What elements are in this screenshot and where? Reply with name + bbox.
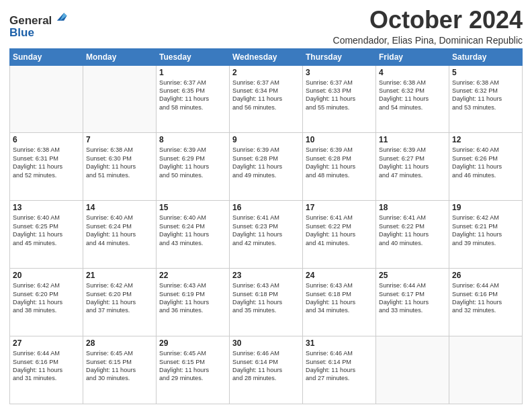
weekday-header-monday: Monday <box>83 48 157 65</box>
day-number: 26 <box>452 271 519 280</box>
cell-text: Sunrise: 6:37 AMSunset: 6:34 PMDaylight:… <box>232 79 300 112</box>
calendar-cell: 4Sunrise: 6:38 AMSunset: 6:32 PMDaylight… <box>376 65 449 133</box>
calendar-cell <box>83 65 157 133</box>
calendar-cell: 27Sunrise: 6:44 AMSunset: 6:16 PMDayligh… <box>10 336 83 404</box>
day-number: 27 <box>13 338 80 348</box>
calendar-week-2: 6Sunrise: 6:38 AMSunset: 6:31 PMDaylight… <box>10 133 523 201</box>
day-number: 18 <box>379 203 446 212</box>
day-number: 6 <box>13 135 80 144</box>
cell-text: Sunrise: 6:44 AMSunset: 6:17 PMDaylight:… <box>379 281 446 315</box>
cell-text: Sunrise: 6:39 AMSunset: 6:28 PMDaylight:… <box>306 146 373 179</box>
calendar-cell: 21Sunrise: 6:42 AMSunset: 6:20 PMDayligh… <box>83 269 157 336</box>
cell-text: Sunrise: 6:41 AMSunset: 6:22 PMDaylight:… <box>379 214 446 247</box>
day-number: 23 <box>232 271 300 280</box>
subtitle: Comendador, Elias Pina, Dominican Republ… <box>333 35 523 46</box>
day-number: 30 <box>232 338 300 348</box>
cell-text: Sunrise: 6:37 AMSunset: 6:33 PMDaylight:… <box>306 79 373 112</box>
cell-text: Sunrise: 6:45 AMSunset: 6:15 PMDaylight:… <box>159 349 226 383</box>
calendar-cell: 19Sunrise: 6:42 AMSunset: 6:21 PMDayligh… <box>449 201 523 269</box>
cell-text: Sunrise: 6:43 AMSunset: 6:18 PMDaylight:… <box>306 281 373 315</box>
calendar-week-3: 13Sunrise: 6:40 AMSunset: 6:25 PMDayligh… <box>10 201 523 269</box>
calendar-cell: 17Sunrise: 6:41 AMSunset: 6:22 PMDayligh… <box>303 201 376 269</box>
calendar-cell: 5Sunrise: 6:38 AMSunset: 6:32 PMDaylight… <box>449 65 523 133</box>
calendar-cell <box>10 65 83 133</box>
day-number: 31 <box>306 338 373 348</box>
calendar-cell: 25Sunrise: 6:44 AMSunset: 6:17 PMDayligh… <box>376 269 449 336</box>
cell-text: Sunrise: 6:39 AMSunset: 6:28 PMDaylight:… <box>232 146 300 179</box>
calendar-cell: 1Sunrise: 6:37 AMSunset: 6:35 PMDaylight… <box>157 65 230 133</box>
day-number: 24 <box>306 271 373 280</box>
calendar-cell: 9Sunrise: 6:39 AMSunset: 6:28 PMDaylight… <box>230 133 303 201</box>
calendar-table: SundayMondayTuesdayWednesdayThursdayFrid… <box>9 48 523 404</box>
day-number: 19 <box>452 203 519 212</box>
day-number: 10 <box>306 135 373 144</box>
cell-text: Sunrise: 6:41 AMSunset: 6:22 PMDaylight:… <box>306 214 373 247</box>
calendar-cell: 29Sunrise: 6:45 AMSunset: 6:15 PMDayligh… <box>157 336 230 404</box>
day-number: 22 <box>159 271 226 280</box>
calendar-cell <box>376 336 449 404</box>
cell-text: Sunrise: 6:38 AMSunset: 6:32 PMDaylight:… <box>379 79 446 112</box>
weekday-header-thursday: Thursday <box>303 48 376 65</box>
cell-text: Sunrise: 6:42 AMSunset: 6:20 PMDaylight:… <box>86 281 153 315</box>
day-number: 14 <box>86 203 153 212</box>
cell-text: Sunrise: 6:46 AMSunset: 6:14 PMDaylight:… <box>306 349 373 383</box>
calendar-week-4: 20Sunrise: 6:42 AMSunset: 6:20 PMDayligh… <box>10 269 523 336</box>
header-row: SundayMondayTuesdayWednesdayThursdayFrid… <box>10 48 523 65</box>
calendar-cell: 6Sunrise: 6:38 AMSunset: 6:31 PMDaylight… <box>10 133 83 201</box>
day-number: 4 <box>379 68 446 77</box>
calendar-cell: 8Sunrise: 6:39 AMSunset: 6:29 PMDaylight… <box>157 133 230 201</box>
day-number: 11 <box>379 135 446 144</box>
cell-text: Sunrise: 6:41 AMSunset: 6:23 PMDaylight:… <box>232 214 300 247</box>
title-area: October 2024 Comendador, Elias Pina, Dom… <box>333 7 523 46</box>
cell-text: Sunrise: 6:40 AMSunset: 6:25 PMDaylight:… <box>13 214 80 247</box>
calendar-cell: 18Sunrise: 6:41 AMSunset: 6:22 PMDayligh… <box>376 201 449 269</box>
day-number: 28 <box>86 338 153 348</box>
day-number: 12 <box>452 135 519 144</box>
logo-icon <box>53 9 68 24</box>
calendar-cell: 24Sunrise: 6:43 AMSunset: 6:18 PMDayligh… <box>303 269 376 336</box>
cell-text: Sunrise: 6:43 AMSunset: 6:18 PMDaylight:… <box>232 281 300 315</box>
cell-text: Sunrise: 6:45 AMSunset: 6:15 PMDaylight:… <box>86 349 153 383</box>
month-title: October 2024 <box>333 7 523 34</box>
cell-text: Sunrise: 6:40 AMSunset: 6:24 PMDaylight:… <box>159 214 226 247</box>
header: General Blue October 2024 Comendador, El… <box>9 7 523 46</box>
cell-text: Sunrise: 6:44 AMSunset: 6:16 PMDaylight:… <box>452 281 519 315</box>
cell-text: Sunrise: 6:42 AMSunset: 6:21 PMDaylight:… <box>452 214 519 247</box>
day-number: 2 <box>232 68 300 77</box>
cell-text: Sunrise: 6:46 AMSunset: 6:14 PMDaylight:… <box>232 349 300 383</box>
day-number: 16 <box>232 203 300 212</box>
calendar-cell: 13Sunrise: 6:40 AMSunset: 6:25 PMDayligh… <box>10 201 83 269</box>
cell-text: Sunrise: 6:40 AMSunset: 6:26 PMDaylight:… <box>452 146 519 179</box>
logo-blue: Blue <box>9 26 34 40</box>
calendar-cell: 30Sunrise: 6:46 AMSunset: 6:14 PMDayligh… <box>230 336 303 404</box>
cell-text: Sunrise: 6:44 AMSunset: 6:16 PMDaylight:… <box>13 349 80 383</box>
calendar-cell: 20Sunrise: 6:42 AMSunset: 6:20 PMDayligh… <box>10 269 83 336</box>
day-number: 29 <box>159 338 226 348</box>
weekday-header-sunday: Sunday <box>10 48 83 65</box>
page: General Blue October 2024 Comendador, El… <box>0 0 532 411</box>
calendar-cell: 12Sunrise: 6:40 AMSunset: 6:26 PMDayligh… <box>449 133 523 201</box>
calendar-cell <box>449 336 523 404</box>
weekday-header-tuesday: Tuesday <box>157 48 230 65</box>
calendar-cell: 15Sunrise: 6:40 AMSunset: 6:24 PMDayligh… <box>157 201 230 269</box>
calendar-cell: 3Sunrise: 6:37 AMSunset: 6:33 PMDaylight… <box>303 65 376 133</box>
logo: General Blue <box>9 7 68 40</box>
calendar-cell: 16Sunrise: 6:41 AMSunset: 6:23 PMDayligh… <box>230 201 303 269</box>
weekday-header-friday: Friday <box>376 48 449 65</box>
calendar-cell: 10Sunrise: 6:39 AMSunset: 6:28 PMDayligh… <box>303 133 376 201</box>
day-number: 7 <box>86 135 153 144</box>
calendar-cell: 2Sunrise: 6:37 AMSunset: 6:34 PMDaylight… <box>230 65 303 133</box>
calendar-week-1: 1Sunrise: 6:37 AMSunset: 6:35 PMDaylight… <box>10 65 523 133</box>
day-number: 15 <box>159 203 226 212</box>
calendar-cell: 22Sunrise: 6:43 AMSunset: 6:19 PMDayligh… <box>157 269 230 336</box>
day-number: 1 <box>159 68 226 77</box>
day-number: 21 <box>86 271 153 280</box>
cell-text: Sunrise: 6:40 AMSunset: 6:24 PMDaylight:… <box>86 214 153 247</box>
calendar-cell: 31Sunrise: 6:46 AMSunset: 6:14 PMDayligh… <box>303 336 376 404</box>
cell-text: Sunrise: 6:39 AMSunset: 6:29 PMDaylight:… <box>159 146 226 179</box>
cell-text: Sunrise: 6:39 AMSunset: 6:27 PMDaylight:… <box>379 146 446 179</box>
day-number: 25 <box>379 271 446 280</box>
weekday-header-wednesday: Wednesday <box>230 48 303 65</box>
calendar-cell: 28Sunrise: 6:45 AMSunset: 6:15 PMDayligh… <box>83 336 157 404</box>
cell-text: Sunrise: 6:43 AMSunset: 6:19 PMDaylight:… <box>159 281 226 315</box>
